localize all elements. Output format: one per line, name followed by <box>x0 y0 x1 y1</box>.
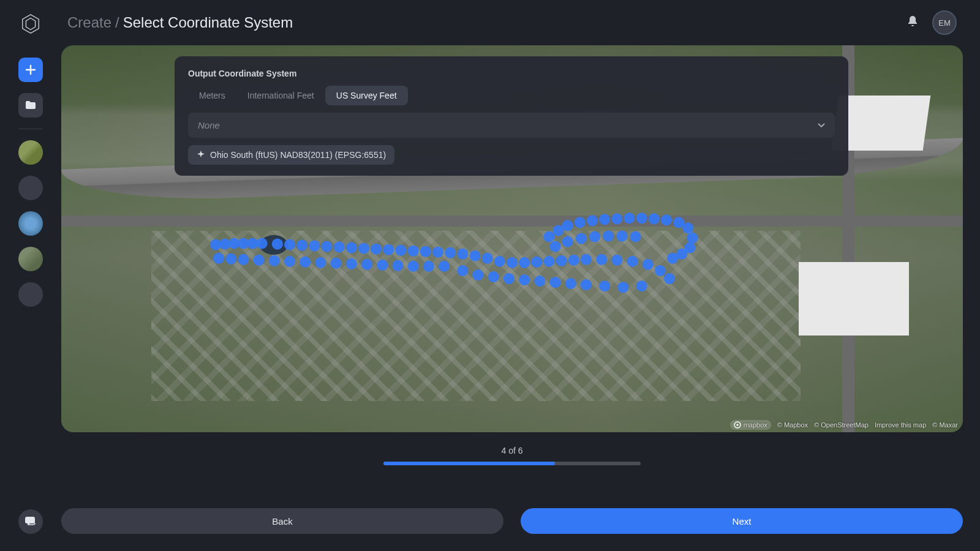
create-button[interactable] <box>18 58 43 82</box>
coordinate-system-select[interactable]: None <box>188 113 835 138</box>
project-thumb[interactable] <box>18 176 43 200</box>
project-thumb[interactable] <box>18 282 43 307</box>
map-feature-buildings <box>151 231 801 401</box>
project-thumb[interactable] <box>18 140 43 165</box>
next-button[interactable]: Next <box>521 508 963 534</box>
attribution-maxar[interactable]: © Maxar <box>932 421 958 429</box>
mapbox-logo-text: mapbox <box>744 421 767 429</box>
project-thumb[interactable] <box>18 211 43 236</box>
map-feature-pond <box>260 235 288 255</box>
topbar: Create / Select Coordinate System EM <box>61 0 963 45</box>
attribution-osm[interactable]: © OpenStreetMap <box>814 421 869 429</box>
tab-meters[interactable]: Meters <box>188 86 236 105</box>
user-avatar[interactable]: EM <box>932 10 957 35</box>
attribution-mapbox[interactable]: © Mapbox <box>777 421 808 429</box>
svg-marker-0 <box>23 15 39 33</box>
progress-fill <box>383 462 555 465</box>
notifications-button[interactable] <box>907 15 919 31</box>
select-value: None <box>198 120 220 130</box>
app-logo <box>19 12 42 36</box>
breadcrumb-parent[interactable]: Create <box>67 14 111 31</box>
map-viewport[interactable]: Output Coordinate System Meters Internat… <box>61 45 963 432</box>
project-thumb[interactable] <box>18 247 43 271</box>
sidebar-divider <box>19 129 42 129</box>
back-button[interactable]: Back <box>61 508 503 534</box>
sparkle-icon <box>197 151 205 159</box>
tab-international-feet[interactable]: International Feet <box>236 86 325 105</box>
sidebar <box>0 0 61 551</box>
breadcrumb-current: Select Coordinate System <box>123 14 293 31</box>
folder-button[interactable] <box>18 93 43 118</box>
map-feature-roof <box>799 262 909 335</box>
nav-buttons: Back Next <box>61 508 963 534</box>
map-attribution: mapbox © Mapbox © OpenStreetMap Improve … <box>730 420 958 430</box>
unit-tabs: Meters International Feet US Survey Feet <box>188 86 835 105</box>
coordinate-system-panel: Output Coordinate System Meters Internat… <box>175 56 848 176</box>
progress-indicator: 4 of 6 <box>61 446 963 465</box>
progress-bar <box>383 462 641 465</box>
folder-icon <box>25 100 36 110</box>
avatar-initials: EM <box>938 18 951 28</box>
plus-icon <box>25 64 36 75</box>
attribution-improve[interactable]: Improve this map <box>875 421 926 429</box>
mapbox-logo[interactable]: mapbox <box>730 420 771 430</box>
coordinate-system-suggestion[interactable]: Ohio South (ftUS) NAD83(2011) (EPSG:6551… <box>188 145 394 165</box>
tab-us-survey-feet[interactable]: US Survey Feet <box>325 86 408 105</box>
panel-label: Output Coordinate System <box>188 69 835 78</box>
map-feature-road <box>61 216 963 227</box>
main-content: Create / Select Coordinate System EM <box>61 0 980 551</box>
breadcrumb-sep: / <box>115 14 119 31</box>
chat-button[interactable] <box>18 509 43 534</box>
progress-text: 4 of 6 <box>501 446 522 455</box>
bell-icon <box>907 15 919 28</box>
breadcrumb: Create / Select Coordinate System <box>67 14 293 31</box>
svg-point-93 <box>736 424 738 425</box>
suggestion-text: Ohio South (ftUS) NAD83(2011) (EPSG:6551… <box>210 150 386 160</box>
chevron-down-icon <box>818 123 825 128</box>
mapbox-icon <box>734 421 741 429</box>
chat-icon <box>24 516 37 527</box>
svg-marker-1 <box>26 18 35 30</box>
